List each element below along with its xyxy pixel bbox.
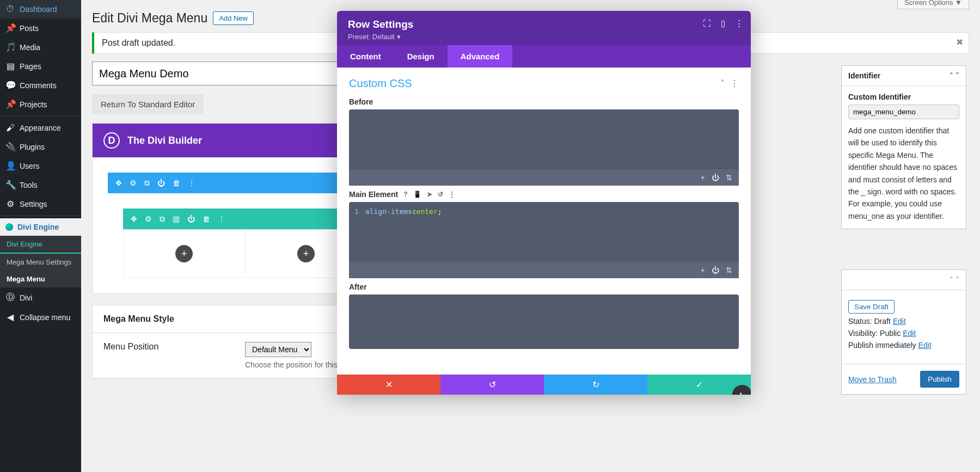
user-icon: 👤 (5, 161, 15, 171)
edit-status-link[interactable]: Edit (893, 317, 906, 326)
reset-icon[interactable]: ↺ (438, 191, 443, 198)
main-element-css-editor[interactable]: 1 align-items:center; + ⏻ ⇅ (349, 202, 739, 278)
sort-icon[interactable]: ⇅ (726, 173, 732, 182)
notice-dismiss-icon[interactable]: ✖ (956, 37, 963, 47)
subnav-divi-engine[interactable]: Divi Engine (0, 236, 81, 254)
notice-text: Post draft updated. (102, 38, 175, 47)
page-title: Edit Divi Mega Menu (92, 11, 207, 26)
more-icon[interactable]: ⋮ (449, 191, 455, 198)
screen-options-button[interactable]: Screen Options ▼ (897, 0, 969, 9)
nav-tools[interactable]: 🔧Tools (0, 175, 81, 194)
line-number: 1 (354, 207, 359, 216)
nav-appearance[interactable]: 🖌Appearance (0, 119, 81, 137)
nav-divi[interactable]: ⒹDivi (0, 287, 81, 308)
after-css-editor[interactable] (349, 295, 739, 349)
page-icon: ▤ (5, 61, 15, 71)
identifier-metabox: Identifier ˄ ˅ Custom Identifier Add one… (841, 65, 966, 229)
chevron-up-icon[interactable]: ˄ (950, 275, 953, 284)
publish-button[interactable]: Publish (920, 371, 959, 388)
subnav-mega-menu[interactable]: Mega Menu (0, 271, 81, 287)
comment-icon: 💬 (5, 80, 15, 90)
move-icon[interactable]: ✥ (131, 214, 137, 223)
chevron-down-icon[interactable]: ˅ (955, 71, 959, 80)
edit-visibility-link[interactable]: Edit (903, 329, 916, 338)
identifier-description: Add one custom identifier that will be u… (848, 125, 959, 222)
nav-users[interactable]: 👤Users (0, 156, 81, 175)
add-new-button[interactable]: Add New (213, 11, 254, 25)
gear-icon[interactable]: ⚙ (145, 214, 152, 223)
gear-icon: ⚙ (5, 199, 15, 209)
subnav-mega-menu-settings[interactable]: Mega Menu Settings (0, 254, 81, 271)
identifier-field-label: Custom Identifier (848, 93, 959, 101)
power-icon[interactable]: ⏻ (712, 266, 719, 274)
undo-button[interactable]: ↺ (440, 375, 544, 395)
move-to-trash-link[interactable]: Move to Trash (848, 375, 897, 384)
modal-tabs: Content Design Advanced (337, 45, 751, 68)
admin-sidebar: ⏱Dashboard 📌Posts 🎵Media ▤Pages 💬Comment… (0, 0, 81, 472)
before-label: Before (349, 97, 373, 106)
modal-body: Custom CSS ˄ ⋮ Before + ⏻ ⇅ Main Element… (337, 68, 751, 372)
row-settings-modal: Row Settings Preset: Default ▾ ⛶ ▯ ⋮ Con… (337, 11, 751, 395)
add-module-button[interactable]: + (175, 245, 193, 262)
before-css-editor[interactable]: + ⏻ ⇅ (349, 109, 739, 186)
nav-divi-engine[interactable]: Divi Engine (0, 218, 81, 236)
modal-header: Row Settings Preset: Default ▾ ⛶ ▯ ⋮ (337, 11, 751, 45)
more-icon[interactable]: ⋮ (735, 19, 743, 28)
nav-comments[interactable]: 💬Comments (0, 76, 81, 95)
nav-media[interactable]: 🎵Media (0, 38, 81, 57)
collapse-icon: ◀ (5, 312, 15, 322)
move-icon[interactable]: ✥ (115, 179, 122, 187)
collapse-menu[interactable]: ◀Collapse menu (0, 308, 81, 327)
more-icon[interactable]: ⋮ (218, 214, 225, 223)
edit-schedule-link[interactable]: Edit (918, 341, 931, 350)
plugin-icon: 🔌 (5, 142, 15, 152)
power-icon[interactable]: ⏻ (187, 214, 195, 223)
save-draft-button[interactable]: Save Draft (848, 300, 895, 314)
divi-engine-submenu: Divi Engine Mega Menu Settings Mega Menu (0, 236, 81, 287)
nav-projects[interactable]: 📌Projects (0, 95, 81, 114)
help-icon[interactable]: ? (403, 191, 407, 198)
expand-icon[interactable]: ⛶ (703, 19, 711, 28)
plus-icon[interactable]: + (701, 173, 705, 182)
trash-icon[interactable]: 🗑 (173, 179, 180, 187)
chevron-down-icon[interactable]: ˅ (955, 275, 959, 284)
return-standard-editor-button[interactable]: Return To Standard Editor (92, 94, 204, 114)
nav-dashboard[interactable]: ⏱Dashboard (0, 0, 81, 19)
tab-design[interactable]: Design (394, 45, 448, 68)
chevron-up-icon[interactable]: ˄ (950, 71, 953, 80)
power-icon[interactable]: ⏻ (157, 179, 165, 187)
power-icon[interactable]: ⏻ (712, 173, 719, 182)
main-element-label: Main Element (349, 190, 398, 199)
phone-icon[interactable]: 📱 (413, 191, 421, 198)
nav-settings[interactable]: ⚙Settings (0, 194, 81, 213)
cancel-button[interactable]: ✕ (337, 375, 440, 395)
metabox-title: Identifier (848, 71, 880, 80)
preset-selector[interactable]: Preset: Default ▾ (348, 33, 740, 41)
divi-engine-icon (5, 223, 13, 231)
tab-content[interactable]: Content (337, 45, 394, 68)
plus-icon[interactable]: + (701, 266, 705, 274)
sort-icon[interactable]: ⇅ (726, 266, 732, 274)
section-custom-css[interactable]: Custom CSS (349, 77, 412, 90)
add-module-button[interactable]: + (297, 245, 315, 262)
identifier-input[interactable] (848, 105, 959, 119)
divi-icon: Ⓓ (5, 292, 15, 303)
columns-icon[interactable]: ▥ (173, 214, 180, 223)
column-1: + (124, 230, 245, 278)
gear-icon[interactable]: ⚙ (130, 179, 137, 187)
redo-button[interactable]: ↻ (544, 375, 647, 395)
chevron-up-icon[interactable]: ˄ (720, 78, 725, 89)
more-icon[interactable]: ⋮ (730, 78, 739, 89)
snap-icon[interactable]: ▯ (721, 19, 725, 28)
nav-plugins[interactable]: 🔌Plugins (0, 137, 81, 156)
duplicate-icon[interactable]: ⧉ (160, 214, 165, 224)
menu-position-select[interactable]: Default Menu (245, 342, 311, 357)
more-icon[interactable]: ⋮ (188, 179, 195, 187)
nav-pages[interactable]: ▤Pages (0, 57, 81, 76)
cursor-icon[interactable]: ➤ (427, 191, 432, 198)
visibility-label: Visibility: Public (848, 329, 901, 338)
nav-posts[interactable]: 📌Posts (0, 19, 81, 38)
duplicate-icon[interactable]: ⧉ (144, 179, 150, 188)
trash-icon[interactable]: 🗑 (203, 214, 210, 223)
tab-advanced[interactable]: Advanced (448, 45, 513, 68)
